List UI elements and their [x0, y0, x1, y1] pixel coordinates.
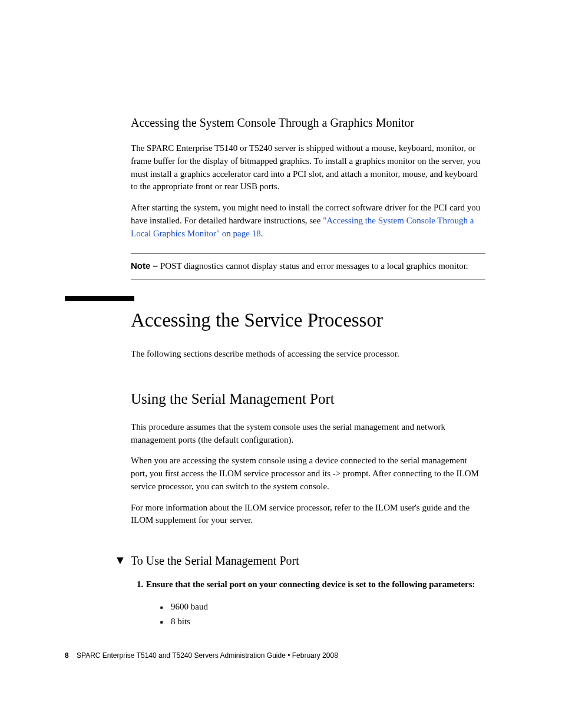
paragraph: The SPARC Enterprise T5140 or T5240 serv… [131, 142, 485, 193]
paragraph: For more information about the ILOM serv… [131, 502, 485, 528]
step-number: 1. [137, 578, 146, 591]
heading-graphics-monitor: Accessing the System Console Through a G… [131, 115, 485, 130]
text-run: . [261, 229, 263, 238]
heading-service-processor: Accessing the Service Processor [131, 309, 485, 332]
paragraph: This procedure assumes that the system c… [131, 421, 485, 447]
procedure-title: To Use the Serial Management Port [131, 554, 485, 568]
paragraph: The following sections describe methods … [131, 348, 485, 361]
triangle-down-icon: ▼ [114, 554, 126, 566]
procedure-block: ▼ To Use the Serial Management Port 1.En… [131, 554, 485, 630]
section-bar-icon [65, 296, 134, 301]
paragraph: When you are accessing the system consol… [131, 454, 485, 493]
bullet-list: 9600 baud 8 bits [160, 599, 485, 630]
page-number: 8 [65, 651, 69, 660]
note-label: Note – [131, 261, 160, 271]
note-block: Note – POST diagnostics cannot display s… [131, 253, 485, 279]
heading-serial-port: Using the Serial Management Port [131, 390, 485, 409]
list-item: 9600 baud [160, 599, 485, 615]
paragraph: After starting the system, you might nee… [131, 202, 485, 240]
list-item: 8 bits [160, 614, 485, 630]
footer-text: SPARC Enterprise T5140 and T5240 Servers… [77, 651, 338, 660]
note-body: POST diagnostics cannot display status a… [160, 261, 468, 271]
procedure-step: 1.Ensure that the serial port on your co… [146, 578, 485, 591]
page-footer: 8 SPARC Enterprise T5140 and T5240 Serve… [65, 651, 338, 660]
note-text: Note – POST diagnostics cannot display s… [131, 259, 485, 273]
page-content: Accessing the System Console Through a G… [0, 0, 562, 630]
step-text: Ensure that the serial port on your conn… [146, 579, 475, 589]
